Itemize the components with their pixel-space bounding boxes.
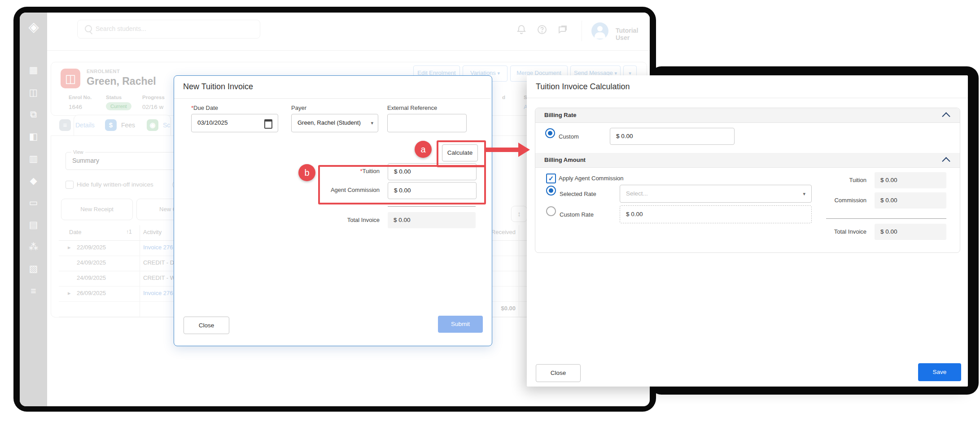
summary-commission-field: $ 0.00: [875, 192, 946, 209]
apply-agent-commission-label: Apply Agent Commission: [559, 175, 624, 182]
expand-caret-icon[interactable]: ▸: [68, 244, 71, 251]
submit-button[interactable]: Submit: [438, 316, 483, 333]
billing-rate-value: $ 0.00: [616, 133, 633, 139]
chevron-up-icon[interactable]: [942, 112, 950, 120]
summary-total-label: Total Invoice: [804, 228, 866, 235]
user-name[interactable]: Tutorial User: [616, 27, 650, 41]
annotation-box-b: [318, 165, 486, 204]
documents-icon[interactable]: ⧉: [20, 108, 47, 121]
view-select-label: View: [71, 149, 85, 155]
billing-rate-input[interactable]: $ 0.00: [610, 128, 735, 145]
expand-caret-icon[interactable]: ▸: [68, 290, 71, 296]
fees-icon: $: [105, 119, 117, 131]
settings-icon[interactable]: ≡: [20, 284, 47, 298]
chevron-up-icon[interactable]: [942, 157, 950, 165]
details-icon: ≡: [59, 119, 71, 131]
annotation-arrow-head: [518, 143, 530, 157]
due-date-input[interactable]: 03/10/2025: [191, 114, 278, 132]
custom-rate-radio[interactable]: [545, 128, 555, 138]
row-activity-link[interactable]: Invoice 276: [143, 244, 173, 251]
topbar: Search students... Tutorial User: [47, 13, 650, 51]
new-tuition-invoice-modal: New Tuition Invoice *Due Date 03/10/2025…: [174, 75, 492, 346]
enrol-no-value: 1646: [69, 104, 82, 110]
enrol-no-label: Enrol No.: [69, 95, 92, 100]
sort-indicator[interactable]: ↑1: [126, 229, 132, 235]
modal-title: New Tuition Invoice: [183, 82, 253, 91]
status-label: Status: [106, 95, 122, 100]
selected-rate-radio[interactable]: [546, 186, 556, 196]
row-date: 26/09/2025: [77, 290, 106, 296]
column-activity[interactable]: Activity: [143, 229, 162, 235]
row-height-toggle[interactable]: ↕: [511, 206, 527, 222]
summary-tuition-label: Tuition: [804, 177, 866, 183]
billing-amount-section-header[interactable]: Billing Amount: [535, 153, 960, 168]
custom-rate-input[interactable]: $ 0.00: [620, 205, 812, 223]
sidebar: ◈ ▦ ◫ ⧉ ◧ ▥ ◆ ▭ ▤ ⁂ ▧ ≡: [20, 13, 47, 406]
chevron-down-icon: ▾: [803, 191, 805, 197]
invoice-close-button[interactable]: Close: [184, 317, 229, 334]
notifications-bell-icon[interactable]: [516, 24, 527, 35]
payer-select[interactable]: Green, Rachel (Student) ▾: [291, 114, 378, 132]
summary-tuition-field: $ 0.00: [875, 172, 946, 188]
billing-rate-label: Billing Rate: [544, 112, 577, 118]
selected-rate-placeholder: Select...: [626, 190, 648, 197]
summary-commission-label: Commission: [804, 197, 866, 204]
payer-value: Green, Rachel (Student): [298, 119, 361, 126]
screenshot-stage: ◈ ▦ ◫ ⧉ ◧ ▥ ◆ ▭ ▤ ⁂ ▧ ≡ Search students.…: [0, 0, 980, 426]
tab-scans-label: Sc: [163, 122, 170, 129]
column-date[interactable]: Date: [69, 229, 81, 235]
due-date-value: 03/10/2025: [197, 119, 228, 126]
custom-rate-option-radio[interactable]: [546, 206, 556, 216]
summary-total-field: $ 0.00: [875, 224, 946, 240]
agents-icon[interactable]: ⁂: [20, 240, 47, 253]
organisation-icon[interactable]: ▧: [20, 262, 47, 275]
summary-commission-value: $ 0.00: [880, 197, 897, 204]
calendar-icon[interactable]: [264, 119, 272, 129]
page-title: Green, Rachel: [87, 75, 156, 87]
save-button[interactable]: Save: [918, 363, 961, 381]
tab-fees-label: Fees: [121, 122, 135, 129]
progress-value: 02/16 w: [142, 104, 163, 110]
selected-rate-dropdown[interactable]: Select... ▾: [620, 185, 812, 203]
scans-icon: ◉: [147, 119, 158, 131]
row-activity-link[interactable]: Invoice 276: [143, 290, 173, 296]
search-input[interactable]: Search students...: [77, 20, 260, 39]
new-receipt-button[interactable]: New Receipt: [61, 199, 133, 220]
view-select[interactable]: View Summary: [66, 152, 192, 170]
help-icon[interactable]: [537, 24, 547, 35]
row-activity: CREDIT - W: [143, 274, 175, 281]
avatar[interactable]: [591, 22, 608, 39]
services-icon[interactable]: ▤: [20, 218, 47, 231]
annotation-arrow: [484, 148, 520, 152]
chat-icon[interactable]: [557, 24, 568, 35]
status-badge: Current: [106, 102, 131, 110]
annotation-marker-a: a: [415, 141, 432, 158]
apply-agent-commission-checkbox[interactable]: ✓: [546, 174, 556, 183]
row-activity: CREDIT - D: [143, 259, 174, 266]
search-icon: [85, 25, 92, 32]
tuition-invoice-calculation-modal: Tuition Invoice Calculation Billing Rate…: [527, 75, 968, 387]
hide-written-off-checkbox[interactable]: [66, 181, 74, 189]
students-icon[interactable]: ◫: [20, 86, 47, 99]
payer-label: Payer: [291, 104, 306, 111]
chevron-down-icon: ▾: [371, 120, 373, 126]
total-invoice-field: $ 0.00: [388, 212, 476, 228]
search-placeholder: Search students...: [96, 25, 146, 32]
modal-title: Tuition Invoice Calculation: [536, 82, 630, 91]
calc-close-button[interactable]: Close: [536, 364, 581, 382]
total-invoice-value: $ 0.00: [394, 217, 411, 223]
dashboard-icon[interactable]: ▦: [20, 63, 47, 77]
topbar-divider: [582, 21, 582, 41]
divider: [527, 98, 968, 98]
external-reference-label: External Reference: [387, 104, 437, 111]
billing-rate-section-header[interactable]: Billing Rate: [535, 108, 960, 123]
external-reference-input[interactable]: [387, 114, 467, 132]
annotation-marker-b: b: [298, 164, 315, 181]
courses-icon[interactable]: ◆: [20, 174, 47, 187]
enrolments-icon[interactable]: ◧: [20, 130, 47, 143]
library-icon[interactable]: ▭: [20, 196, 47, 209]
enrolment-kicker: ENROLMENT: [87, 69, 120, 74]
chevron-down-icon: ▾: [497, 70, 500, 76]
invoices-icon[interactable]: ▥: [20, 152, 47, 165]
divider: [174, 98, 491, 99]
